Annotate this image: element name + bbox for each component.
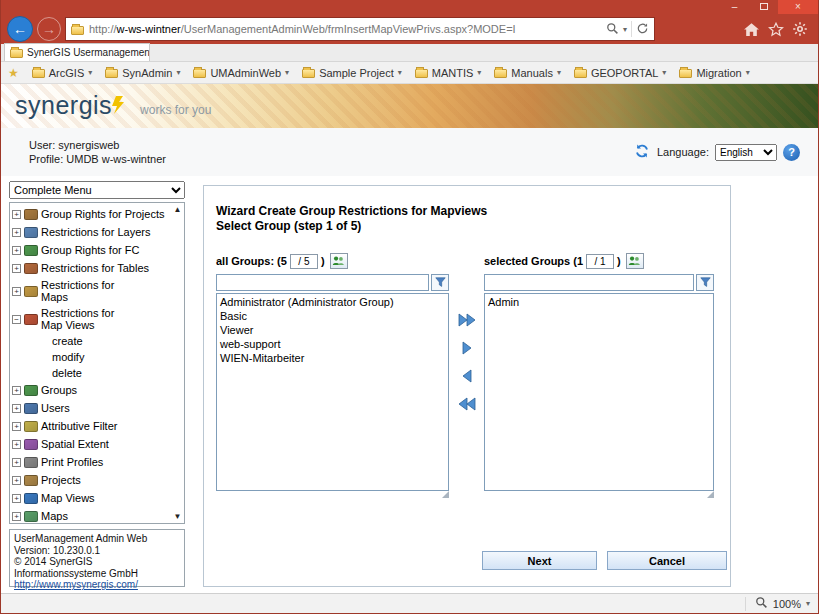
all-groups-filter-icon[interactable]: [431, 274, 449, 291]
tree-item[interactable]: +Restrictions for Maps: [12, 277, 170, 305]
refresh-icon[interactable]: [636, 22, 649, 37]
browser-tab[interactable]: SynerGIS Usermanagement ...: [4, 43, 150, 61]
selected-groups-people-icon[interactable]: [626, 253, 644, 269]
list-option[interactable]: WIEN-Mitarbeiter: [217, 351, 448, 365]
tree-subitem[interactable]: modify: [12, 349, 170, 365]
folder-icon: [679, 69, 692, 78]
user-info: User: synergisweb Profile: UMDB w-ws-win…: [29, 138, 166, 166]
favorites-item-label: MANTIS: [432, 67, 474, 79]
favorites-item[interactable]: ArcGIS▾: [32, 67, 92, 79]
expand-toggle-icon[interactable]: +: [12, 386, 21, 395]
tree-item[interactable]: +Group Rights for Projects: [12, 205, 170, 223]
status-separator: [745, 597, 746, 611]
all-groups-listbox[interactable]: Administrator (Administrator Group)Basic…: [216, 293, 449, 491]
minimize-button[interactable]: –: [720, 0, 749, 14]
cancel-button[interactable]: Cancel: [607, 551, 727, 570]
list-option[interactable]: Admin: [485, 295, 713, 309]
tree-item[interactable]: +Attributive Filter: [12, 417, 170, 435]
favorites-item[interactable]: SynAdmin▾: [105, 67, 180, 79]
favorites-item[interactable]: MANTIS▾: [415, 67, 482, 79]
favorites-item[interactable]: Sample Project▾: [302, 67, 402, 79]
expand-toggle-icon[interactable]: +: [12, 458, 21, 467]
search-caret-icon[interactable]: ▾: [623, 25, 627, 34]
search-icon[interactable]: [606, 22, 619, 37]
expand-toggle-icon[interactable]: +: [12, 228, 21, 237]
listbox-resize-handle[interactable]: [442, 491, 449, 498]
tree-item[interactable]: +Group Rights for FC: [12, 241, 170, 259]
zoom-caret-icon[interactable]: ▾: [806, 599, 810, 608]
tree-item[interactable]: +Restrictions for Tables: [12, 259, 170, 277]
help-icon[interactable]: ?: [783, 144, 800, 161]
close-button[interactable]: ×: [778, 0, 818, 14]
tree-item-label: Print Profiles: [41, 456, 103, 468]
tree-item[interactable]: +Users: [12, 399, 170, 417]
next-button[interactable]: Next: [482, 551, 597, 570]
chevron-down-icon: ▾: [557, 68, 561, 77]
selected-groups-filter-input[interactable]: [484, 274, 694, 291]
navigation-bar: ← → http://w-ws-wintner/UserManagementAd…: [1, 14, 818, 44]
move-left-button[interactable]: [455, 366, 479, 386]
expand-toggle-icon[interactable]: +: [12, 476, 21, 485]
tree-item[interactable]: +Restrictions for Layers: [12, 223, 170, 241]
scroll-down-arrow-icon[interactable]: ▼: [172, 511, 183, 522]
maximize-button[interactable]: [749, 0, 778, 14]
favorites-item[interactable]: Manuals▾: [494, 67, 561, 79]
expand-toggle-icon[interactable]: +: [12, 246, 21, 255]
list-option[interactable]: web-support: [217, 337, 448, 351]
sync-icon[interactable]: [633, 143, 651, 161]
favorites-star-icon[interactable]: [768, 22, 784, 37]
tree-item[interactable]: −Restrictions for Map Views: [12, 305, 170, 333]
selected-groups-count-box: / 1: [586, 254, 614, 269]
expand-toggle-icon[interactable]: +: [12, 264, 21, 273]
address-bar[interactable]: http://w-ws-wintner/UserManagementAdminW…: [65, 17, 655, 41]
zoom-level[interactable]: 100%: [773, 598, 801, 610]
language-select[interactable]: English: [715, 144, 777, 161]
maps-icon: [24, 511, 38, 522]
home-icon[interactable]: [743, 22, 760, 37]
tree-item[interactable]: +Spatial Extent: [12, 435, 170, 453]
list-option[interactable]: Viewer: [217, 323, 448, 337]
zoom-magnifier-icon[interactable]: [755, 596, 768, 611]
expand-toggle-icon[interactable]: +: [12, 512, 21, 521]
settings-gear-icon[interactable]: [792, 21, 808, 37]
move-all-left-button[interactable]: [455, 394, 479, 414]
folder-icon: [302, 69, 315, 78]
tree-item[interactable]: +Groups: [12, 381, 170, 399]
expand-toggle-icon[interactable]: +: [12, 440, 21, 449]
favorites-item-label: SynAdmin: [122, 67, 172, 79]
tree-item[interactable]: +Print Profiles: [12, 453, 170, 471]
tree-item[interactable]: +Projects: [12, 471, 170, 489]
expand-toggle-icon[interactable]: +: [12, 494, 21, 503]
favorites-item[interactable]: Migration▾: [679, 67, 749, 79]
favorites-bar-star-icon[interactable]: ★: [8, 66, 19, 80]
tree-subitem[interactable]: create: [12, 333, 170, 349]
folder-icon: [193, 69, 206, 78]
tree-item-label: Attributive Filter: [41, 420, 117, 432]
list-option[interactable]: Administrator (Administrator Group): [217, 295, 448, 309]
selected-groups-listbox[interactable]: Admin: [484, 293, 714, 491]
expand-toggle-icon[interactable]: +: [12, 422, 21, 431]
expand-toggle-icon[interactable]: +: [12, 210, 21, 219]
tree-item[interactable]: +Map Views: [12, 489, 170, 507]
selected-groups-filter-icon[interactable]: [696, 274, 714, 291]
move-right-button[interactable]: [455, 338, 479, 358]
favorites-item[interactable]: UMAdminWeb▾: [193, 67, 289, 79]
all-groups-people-icon[interactable]: [330, 253, 348, 269]
back-button[interactable]: ←: [7, 16, 33, 42]
expand-toggle-icon[interactable]: +: [12, 287, 21, 296]
scroll-up-arrow-icon[interactable]: ▲: [172, 204, 183, 215]
expand-toggle-icon[interactable]: +: [12, 404, 21, 413]
all-groups-header: all Groups: (5 / 5 ): [216, 252, 449, 270]
expand-toggle-icon[interactable]: −: [12, 315, 21, 324]
favorites-item[interactable]: GEOPORTAL▾: [574, 67, 666, 79]
list-option[interactable]: Basic: [217, 309, 448, 323]
menu-scope-select[interactable]: Complete Menu: [9, 181, 185, 199]
tree-subitem[interactable]: delete: [12, 365, 170, 381]
all-groups-filter-input[interactable]: [216, 274, 429, 291]
forward-button[interactable]: →: [37, 17, 61, 41]
tree-item[interactable]: +Maps: [12, 507, 170, 524]
move-all-right-button[interactable]: [455, 310, 479, 330]
synergis-link[interactable]: http://www.mysynergis.com/: [14, 579, 138, 590]
listbox-resize-handle[interactable]: [707, 491, 714, 498]
address-separator: [631, 21, 632, 37]
